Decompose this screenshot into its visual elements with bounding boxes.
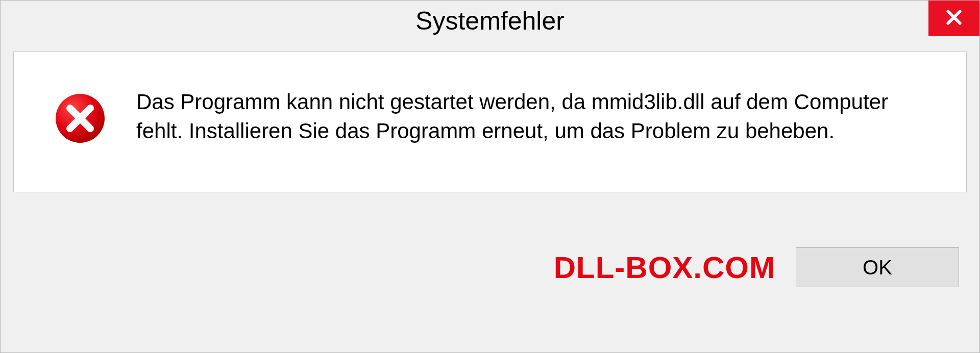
titlebar: Systemfehler (1, 1, 979, 41)
error-icon-wrapper (55, 88, 106, 146)
content-area: Das Programm kann nicht gestartet werden… (13, 52, 967, 192)
watermark-text: DLL-BOX.COM (554, 250, 775, 285)
close-button[interactable] (928, 1, 979, 36)
ok-button[interactable]: OK (796, 247, 959, 287)
close-icon (944, 7, 964, 30)
error-dialog: Systemfehler (0, 0, 980, 353)
error-message: Das Programm kann nicht gestartet werden… (136, 88, 936, 145)
dialog-footer: DLL-BOX.COM OK (1, 192, 979, 352)
error-icon (55, 93, 106, 146)
dialog-title: Systemfehler (415, 6, 565, 36)
